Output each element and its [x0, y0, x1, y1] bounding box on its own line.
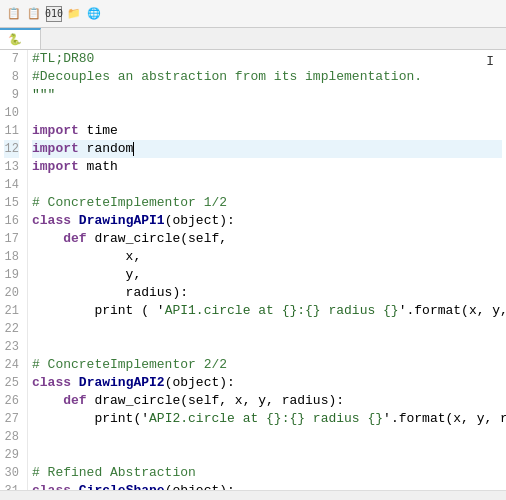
python-file-icon: 🐍: [8, 33, 22, 46]
line-number: 9: [4, 86, 19, 104]
code-line: [32, 428, 502, 446]
stats-icon[interactable]: 010: [46, 6, 62, 22]
code-line: [32, 104, 502, 122]
code-line: """: [32, 86, 502, 104]
code-line: y,: [32, 266, 502, 284]
code-line: print('API2.circle at {}:{} radius {}'.f…: [32, 410, 502, 428]
line-number: 23: [4, 338, 19, 356]
paste-icon[interactable]: 📋: [26, 6, 42, 22]
code-line: # Refined Abstraction: [32, 464, 502, 482]
code-line: [32, 338, 502, 356]
line-number: 10: [4, 104, 19, 122]
line-number: 25: [4, 374, 19, 392]
line-number: 30: [4, 464, 19, 482]
code-line: #Decouples an abstraction from its imple…: [32, 68, 502, 86]
code-line: [32, 176, 502, 194]
line-number: 7: [4, 50, 19, 68]
text-cursor-indicator: I: [486, 54, 494, 69]
line-number: 22: [4, 320, 19, 338]
code-line: # ConcreteImplementor 1/2: [32, 194, 502, 212]
toolbar: 📋 📋 010 📁 🌐: [0, 0, 506, 28]
copy-icon[interactable]: 📋: [6, 6, 22, 22]
file-tab[interactable]: 🐍: [0, 28, 41, 49]
line-number: 27: [4, 410, 19, 428]
line-number: 15: [4, 194, 19, 212]
code-line: radius):: [32, 284, 502, 302]
code-line: import time: [32, 122, 502, 140]
code-line: class DrawingAPI2(object):: [32, 374, 502, 392]
code-line: x,: [32, 248, 502, 266]
text-cursor: [133, 142, 134, 156]
code-line: [32, 320, 502, 338]
code-line: print ( 'API1.circle at {}:{} radius {}'…: [32, 302, 502, 320]
code-line: #TL;DR80: [32, 50, 502, 68]
line-number: 20: [4, 284, 19, 302]
globe-icon[interactable]: 🌐: [86, 6, 102, 22]
editor-area: 7891011121314151617181920212223242526272…: [0, 50, 506, 500]
line-number: 16: [4, 212, 19, 230]
line-number: 11: [4, 122, 19, 140]
tab-bar: 🐍: [0, 28, 506, 50]
code-line: import math: [32, 158, 502, 176]
code-line: # ConcreteImplementor 2/2: [32, 356, 502, 374]
code-line: class DrawingAPI1(object):: [32, 212, 502, 230]
line-number: 12: [4, 140, 19, 158]
line-number: 18: [4, 248, 19, 266]
code-content[interactable]: #TL;DR80#Decouples an abstraction from i…: [28, 50, 506, 500]
line-number: 19: [4, 266, 19, 284]
line-number: 8: [4, 68, 19, 86]
line-number: 26: [4, 392, 19, 410]
line-number: 24: [4, 356, 19, 374]
line-numbers: 7891011121314151617181920212223242526272…: [0, 50, 28, 500]
folder-icon[interactable]: 📁: [66, 6, 82, 22]
scrollbar-bottom[interactable]: [0, 490, 506, 500]
line-number: 28: [4, 428, 19, 446]
line-number: 17: [4, 230, 19, 248]
code-line: [32, 446, 502, 464]
line-number: 14: [4, 176, 19, 194]
line-number: 29: [4, 446, 19, 464]
code-line: def draw_circle(self, x, y, radius):: [32, 392, 502, 410]
code-line: import random: [32, 140, 502, 158]
line-number: 13: [4, 158, 19, 176]
code-line: def draw_circle(self,: [32, 230, 502, 248]
line-number: 21: [4, 302, 19, 320]
